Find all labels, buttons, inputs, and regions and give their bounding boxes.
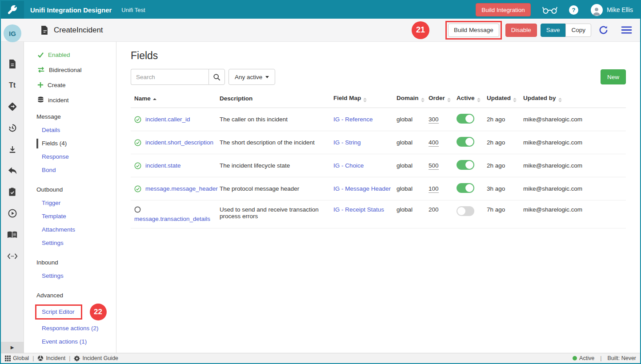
statusbar-item-global[interactable]: Global <box>5 355 29 361</box>
new-button[interactable]: New <box>601 69 626 84</box>
refresh-icon[interactable] <box>598 25 609 35</box>
nav-item-template[interactable]: Template <box>24 210 116 223</box>
field-name-link[interactable]: incident.state <box>145 162 181 169</box>
code-icon[interactable] <box>1 245 24 267</box>
field-domain: global <box>397 131 429 154</box>
col-header-updated[interactable]: Updated <box>487 89 523 108</box>
play-circle-icon[interactable] <box>1 203 24 224</box>
tasks-icon[interactable] <box>1 181 24 203</box>
menu-icon[interactable] <box>621 26 632 34</box>
active-toggle[interactable] <box>457 206 474 216</box>
wrench-icon <box>8 5 17 15</box>
field-map-link[interactable]: IG - String <box>333 139 361 146</box>
document-icon[interactable] <box>1 53 24 75</box>
table-row: incident.short_description The short des… <box>131 131 626 154</box>
history-icon[interactable] <box>1 117 24 139</box>
reply-icon[interactable] <box>1 160 24 181</box>
search-button[interactable] <box>208 69 225 85</box>
nav-item-attachments[interactable]: Attachments <box>24 223 116 236</box>
swap-icon <box>37 67 45 73</box>
save-copy-group: Save Copy <box>541 24 591 37</box>
record-title: CreateIncident <box>54 26 103 35</box>
book-icon[interactable] <box>1 224 24 245</box>
nav-item-response-actions[interactable]: Response actions (2) <box>24 322 116 335</box>
col-header-order[interactable]: Order <box>429 89 457 108</box>
active-toggle[interactable] <box>457 114 474 124</box>
document-icon <box>40 25 48 35</box>
updated-value: 3h ago <box>487 177 523 200</box>
circle-icon <box>134 206 216 213</box>
statusbar-item-incident-guide[interactable]: Incident Guide <box>74 355 118 361</box>
directions-icon[interactable] <box>1 96 24 117</box>
col-header-updated-by[interactable]: Updated by <box>523 89 626 108</box>
col-header-description[interactable]: Description <box>220 89 333 108</box>
order-value[interactable]: 200 <box>429 206 439 213</box>
active-toggle[interactable] <box>457 160 474 170</box>
database-icon <box>37 96 44 104</box>
col-header-field-map[interactable]: Field Map <box>333 89 397 108</box>
order-value[interactable]: 400 <box>429 139 439 147</box>
user-name[interactable]: Mike Ellis <box>607 6 633 13</box>
side-nav: Enabled Bidirectional Create incident Me… <box>24 42 116 353</box>
field-description: The caller on this incident <box>220 108 333 131</box>
glasses-icon[interactable] <box>542 6 557 14</box>
col-header-active[interactable]: Active <box>457 89 487 108</box>
plus-icon <box>37 82 44 88</box>
app-logo[interactable] <box>1 1 24 19</box>
updated-by-value: mike@sharelogic.com <box>523 200 626 228</box>
check-circle-icon <box>134 162 141 169</box>
annotation-box-script-editor: Script Editor <box>35 304 82 320</box>
nav-item-details[interactable]: Details <box>24 124 116 137</box>
search-input[interactable] <box>131 69 208 85</box>
field-map-link[interactable]: IG - Reference <box>333 116 373 123</box>
nav-item-outbound-settings[interactable]: Settings <box>24 236 116 250</box>
check-circle-icon <box>134 116 141 123</box>
build-integration-button[interactable]: Build Integration <box>476 3 531 16</box>
nav-item-event-actions[interactable]: Event actions (1) <box>24 335 116 348</box>
nav-item-fields[interactable]: Fields (4) <box>24 137 116 150</box>
field-map-link[interactable]: IG - Receipt Status <box>333 206 384 213</box>
nav-item-trigger[interactable]: Trigger <box>24 196 116 210</box>
updated-value: 2h ago <box>487 154 523 177</box>
nav-item-inbound-settings[interactable]: Settings <box>24 269 116 283</box>
text-format-icon[interactable]: Tt <box>1 75 24 96</box>
order-value[interactable]: 500 <box>429 162 439 170</box>
annotation-badge-21: 21 <box>412 21 429 39</box>
nav-item-bond[interactable]: Bond <box>24 164 116 177</box>
col-header-domain[interactable]: Domain <box>397 89 429 108</box>
order-value[interactable]: 300 <box>429 116 439 124</box>
build-message-button[interactable]: Build Message <box>448 24 499 37</box>
field-name-link[interactable]: message.message_header <box>145 185 218 192</box>
active-toggle[interactable] <box>457 183 474 193</box>
table-row: message.message_header The protocol mess… <box>131 177 626 200</box>
collapse-rail-button[interactable]: ▶ <box>1 342 24 353</box>
active-status-dot <box>573 356 577 360</box>
field-description: Used to send and receive transaction pro… <box>220 200 333 228</box>
field-name-link[interactable]: message.transaction_details <box>134 216 210 222</box>
disable-button[interactable]: Disable <box>505 24 537 37</box>
order-value[interactable]: 100 <box>429 185 439 193</box>
table-row: message.transaction_details Used to send… <box>131 200 626 228</box>
field-name-link[interactable]: incident.short_description <box>145 139 213 146</box>
statusbar-item-incident[interactable]: Incident <box>37 355 65 361</box>
active-toggle[interactable] <box>457 137 474 147</box>
environment-name: Unifi Test <box>121 7 145 13</box>
field-name-link[interactable]: incident.caller_id <box>145 116 190 123</box>
status-bidirectional: Bidirectional <box>24 62 116 77</box>
user-avatar-icon[interactable] <box>591 4 603 16</box>
help-icon[interactable]: ? <box>569 5 578 15</box>
field-description: The short description of the incident <box>220 131 333 154</box>
download-icon[interactable] <box>1 139 24 160</box>
field-description: The incident lifecycle state <box>220 154 333 177</box>
integration-avatar[interactable]: IG <box>4 24 21 42</box>
field-map-link[interactable]: IG - Message Header <box>333 185 391 192</box>
copy-button[interactable]: Copy <box>565 24 591 37</box>
save-button[interactable]: Save <box>541 24 566 37</box>
active-filter-dropdown[interactable]: Any active <box>228 69 275 85</box>
scope-icon <box>37 355 44 361</box>
col-header-name[interactable]: Name <box>131 89 220 108</box>
nav-item-response[interactable]: Response <box>24 150 116 164</box>
gear-icon <box>74 355 80 361</box>
nav-item-script-editor[interactable]: Script Editor <box>42 307 75 317</box>
field-map-link[interactable]: IG - Choice <box>333 162 364 169</box>
